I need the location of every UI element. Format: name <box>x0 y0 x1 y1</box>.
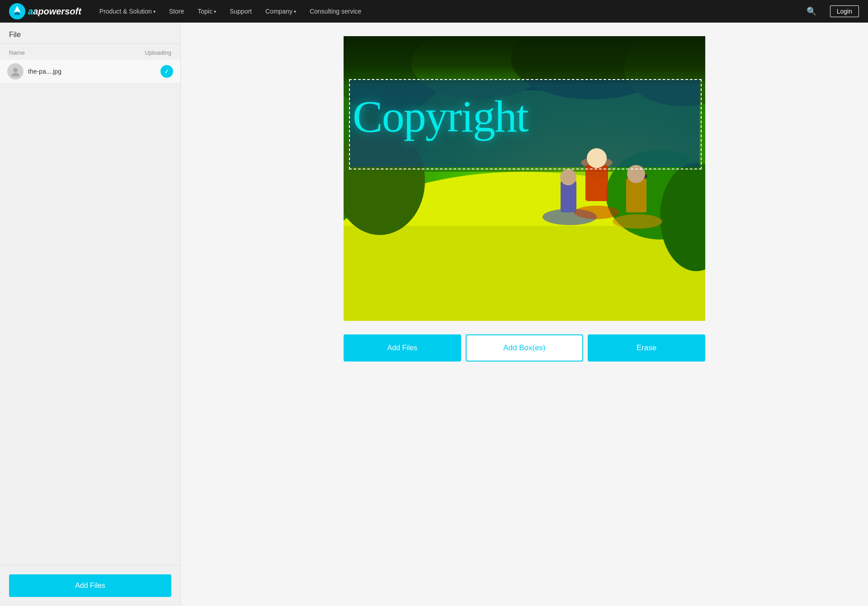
file-name: the-pa....jpg <box>28 68 156 75</box>
nav-item-support[interactable]: Support <box>230 8 252 15</box>
svg-rect-1 <box>14 12 20 15</box>
svg-point-2 <box>13 68 18 72</box>
file-avatar <box>7 63 24 80</box>
image-container: Copyright <box>344 36 705 321</box>
svg-point-19 <box>560 169 576 185</box>
add-files-bottom-button[interactable]: Add Files <box>344 334 461 362</box>
nav-item-store[interactable]: Store <box>169 8 184 15</box>
col-name-label: Name <box>9 49 25 56</box>
logo-icon <box>9 3 25 19</box>
col-uploading-label: Uploading <box>145 49 171 56</box>
image-canvas: Copyright <box>344 36 705 321</box>
navbar: aapowersoft Product & Solution ▾ Store T… <box>0 0 868 23</box>
file-check-icon: ✓ <box>160 65 173 78</box>
image-top-overlay <box>344 36 705 86</box>
add-box-button[interactable]: Add Box(es) <box>466 334 583 362</box>
sidebar: File Name Uploading the-pa....jpg ✓ Add … <box>0 23 181 606</box>
nav-item-topic[interactable]: Topic ▾ <box>198 8 216 15</box>
chevron-down-icon: ▾ <box>214 9 216 14</box>
svg-point-22 <box>627 165 645 183</box>
file-row: the-pa....jpg ✓ <box>0 60 180 84</box>
add-files-button[interactable]: Add Files <box>9 574 171 597</box>
svg-rect-18 <box>561 181 576 212</box>
nav-item-product[interactable]: Product & Solution ▾ <box>99 8 156 15</box>
chevron-down-icon: ▾ <box>294 9 296 14</box>
svg-rect-16 <box>585 165 608 201</box>
chevron-down-icon: ▾ <box>153 9 156 14</box>
login-button[interactable]: Login <box>830 5 859 17</box>
sidebar-bottom: Add Files <box>0 565 180 606</box>
svg-rect-10 <box>344 226 705 321</box>
sidebar-title: File <box>0 23 180 44</box>
svg-rect-21 <box>626 179 646 212</box>
nav-item-consulting[interactable]: Consulting service <box>310 8 361 15</box>
svg-point-25 <box>574 206 619 219</box>
nav-item-company[interactable]: Company ▾ <box>265 8 296 15</box>
logo-text: aapowersoft <box>28 6 81 17</box>
bottom-buttons: Add Files Add Box(es) Erase <box>344 334 705 362</box>
file-list-header: Name Uploading <box>0 44 180 60</box>
logo[interactable]: aapowersoft <box>9 3 81 19</box>
svg-point-24 <box>613 214 662 229</box>
content-area: Copyright Add Files Add Box(es) Erase <box>181 23 868 606</box>
search-icon[interactable]: 🔍 <box>807 6 816 16</box>
person-icon <box>10 66 20 76</box>
main-layout: File Name Uploading the-pa....jpg ✓ Add … <box>0 23 868 606</box>
sidebar-spacer <box>0 84 180 565</box>
erase-button[interactable]: Erase <box>588 334 705 362</box>
copyright-watermark: Copyright <box>353 90 528 142</box>
svg-point-17 <box>587 148 607 168</box>
